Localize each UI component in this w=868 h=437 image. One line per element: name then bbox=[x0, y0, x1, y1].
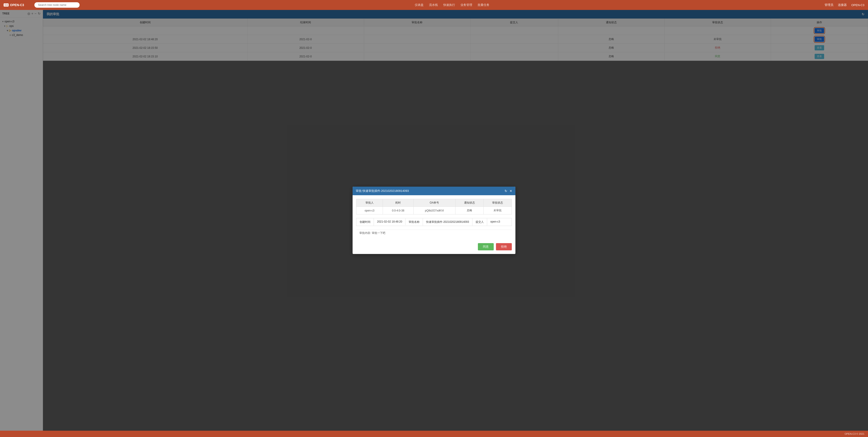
nav-tabs: 仪表盘 流水线 快速执行 业务管理 批量任务 bbox=[83, 2, 821, 8]
detail-create-time-value: 2021-02-02 18:48:20 bbox=[374, 218, 405, 225]
logo-icon: C3 bbox=[4, 3, 9, 6]
detail-submitter-value: open-c3 bbox=[487, 218, 503, 225]
nav-app[interactable]: OPEN-C3 bbox=[851, 3, 864, 7]
search-input[interactable] bbox=[34, 2, 80, 8]
modal-col-notify: 通知状态 bbox=[455, 199, 484, 207]
app-logo: C3 OPEN-C3 bbox=[4, 3, 31, 7]
modal-agree-button[interactable]: 同意 bbox=[478, 243, 494, 250]
detail-name-value: 快速审批插件-20210202180914093 bbox=[423, 218, 472, 226]
nav-admin[interactable]: 管理员 bbox=[825, 3, 833, 7]
detail-label: 提交人 bbox=[475, 220, 484, 224]
modal-footer: 同意 拒绝 bbox=[352, 240, 516, 254]
modal-overlay: 审批:快速审批插件-20210202180914093 ↻ ✕ 审批人 耗时 O… bbox=[0, 10, 868, 431]
modal-header-actions: ↻ ✕ bbox=[504, 189, 512, 193]
footer-text: OPEN-C3 © 2021 bbox=[844, 433, 864, 435]
modal-col-duration: 耗时 bbox=[383, 199, 413, 207]
modal-info-table: 审批人 耗时 OA单号 通知状态 审批状态 open-c3 0:0-4:0-38… bbox=[356, 199, 512, 214]
modal-cell-notify: 忽略 bbox=[455, 207, 484, 214]
topnav: C3 OPEN-C3 仪表盘 流水线 快速执行 业务管理 批量任务 管理员 连接… bbox=[0, 0, 868, 10]
modal-refresh-icon[interactable]: ↻ bbox=[504, 189, 507, 193]
app-title: OPEN-C3 bbox=[10, 3, 24, 7]
detail-value: 2021-02-02 18:48:20 bbox=[377, 220, 402, 223]
detail-name-label: 审批名称 bbox=[405, 218, 423, 226]
modal-cell-status: 未审批 bbox=[484, 207, 512, 214]
nav-connector[interactable]: 连接器 bbox=[838, 3, 847, 7]
modal-detail: 创建时间 2021-02-02 18:48:20 审批名称 快速审批插件-202… bbox=[356, 218, 512, 226]
modal-col-status: 审批状态 bbox=[484, 199, 512, 207]
modal-cell-oa: pQ8dJO7xdKVt bbox=[413, 207, 455, 214]
detail-submitter-label: 提交人 bbox=[472, 218, 487, 226]
modal-cell-approver: open-c3 bbox=[356, 207, 383, 214]
detail-label: 审批名称 bbox=[409, 220, 420, 224]
detail-label: 创建时间 bbox=[360, 220, 370, 224]
footer: OPEN-C3 © 2021 bbox=[0, 431, 868, 437]
modal-close-icon[interactable]: ✕ bbox=[509, 189, 512, 193]
modal-col-oa: OA单号 bbox=[413, 199, 455, 207]
nav-right: 管理员 连接器 OPEN-C3 bbox=[825, 3, 864, 7]
detail-value: open-c3 bbox=[490, 220, 500, 223]
comment-text: 审批内容: 审批一下吧 bbox=[360, 231, 385, 235]
modal-header: 审批:快速审批插件-20210202180914093 ↻ ✕ bbox=[352, 187, 516, 195]
modal-cell-duration: 0:0-4:0-38 bbox=[383, 207, 413, 214]
modal-comment: 审批内容: 审批一下吧 bbox=[356, 230, 512, 236]
modal-info-header-row: 审批人 耗时 OA单号 通知状态 审批状态 bbox=[356, 199, 512, 207]
approval-modal: 审批:快速审批插件-20210202180914093 ↻ ✕ 审批人 耗时 O… bbox=[352, 187, 516, 254]
nav-tab-quickrun[interactable]: 快速执行 bbox=[443, 2, 455, 8]
nav-tab-bizmanage[interactable]: 业务管理 bbox=[461, 2, 472, 8]
modal-title: 审批:快速审批插件-20210202180914093 bbox=[356, 189, 409, 193]
detail-value: 快速审批插件-20210202180914093 bbox=[426, 220, 469, 224]
modal-col-approver: 审批人 bbox=[356, 199, 383, 207]
modal-reject-button[interactable]: 拒绝 bbox=[496, 243, 512, 250]
detail-create-time-label: 创建时间 bbox=[356, 218, 374, 226]
nav-tab-dashboard[interactable]: 仪表盘 bbox=[415, 2, 424, 8]
modal-info-data-row: open-c3 0:0-4:0-38 pQ8dJO7xdKVt 忽略 未审批 bbox=[356, 207, 512, 214]
nav-tab-batchtask[interactable]: 批量任务 bbox=[478, 2, 489, 8]
nav-tab-pipeline[interactable]: 流水线 bbox=[429, 2, 438, 8]
modal-body: 审批人 耗时 OA单号 通知状态 审批状态 open-c3 0:0-4:0-38… bbox=[352, 195, 516, 240]
